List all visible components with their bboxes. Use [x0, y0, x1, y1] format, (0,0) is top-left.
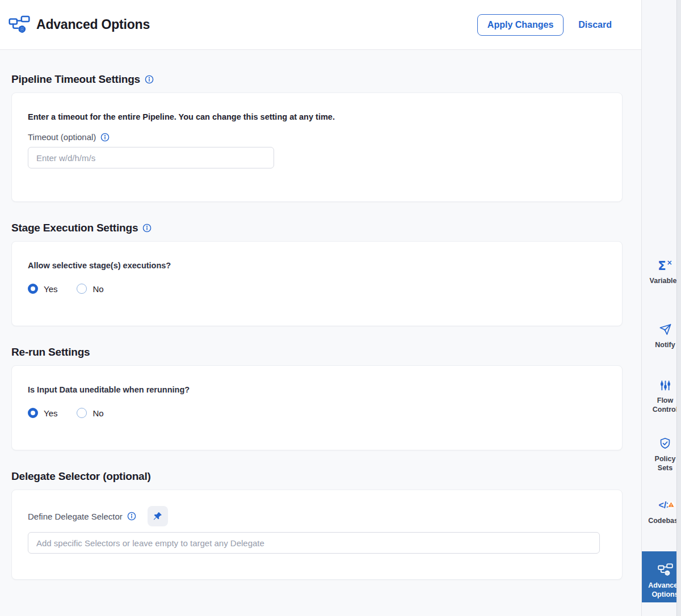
- policy-sets-shield-check-icon: [642, 434, 681, 450]
- rerun-radios: Yes No: [28, 408, 606, 418]
- rail-item-notify[interactable]: Notify: [642, 320, 681, 349]
- warning-badge-icon: [667, 499, 675, 513]
- timeout-input[interactable]: [28, 147, 274, 168]
- panel-edge-strip: [676, 0, 681, 616]
- advanced-options-pipeline-gear-icon: [642, 561, 681, 577]
- pipeline-timeout-heading-text: Pipeline Timeout Settings: [11, 73, 140, 86]
- radio-selected-icon: [28, 284, 38, 294]
- radio-no[interactable]: No: [77, 408, 103, 418]
- timeout-description: Enter a timeout for the entire Pipeline.…: [28, 112, 606, 121]
- info-icon[interactable]: [127, 512, 136, 521]
- pipeline-timeout-heading: Pipeline Timeout Settings: [11, 73, 623, 86]
- stage-execution-question: Allow selective stage(s) executions?: [28, 261, 606, 270]
- radio-no-label: No: [93, 284, 103, 294]
- delegate-card: Define Delegate Selector: [11, 490, 623, 580]
- codebase-code-icon: </>: [642, 496, 681, 512]
- radio-yes[interactable]: Yes: [28, 284, 57, 294]
- delegate-heading-text: Delegate Selector (optional): [11, 470, 151, 483]
- rerun-heading-text: Re-run Settings: [11, 345, 90, 358]
- radio-yes[interactable]: Yes: [28, 408, 57, 418]
- main-panel: Advanced Options Apply Changes Discard P…: [0, 0, 641, 616]
- rail-item-variables[interactable]: Σ× Variables: [642, 256, 681, 285]
- info-icon[interactable]: [100, 133, 110, 142]
- rail-label: Notify: [642, 340, 681, 349]
- radio-selected-icon: [28, 408, 38, 418]
- rail-item-policy-sets[interactable]: Policy Sets: [642, 434, 681, 472]
- settings-content: Pipeline Timeout Settings Enter a timeou…: [0, 50, 641, 580]
- info-icon[interactable]: [142, 223, 152, 233]
- panel-header: Advanced Options Apply Changes Discard: [0, 0, 641, 50]
- rail-item-advanced-options[interactable]: Advanced Options: [642, 551, 681, 602]
- rerun-heading: Re-run Settings: [11, 345, 623, 358]
- rerun-question: Is Input Data uneditable when rerunning?: [28, 385, 606, 394]
- notify-send-icon: [642, 320, 681, 336]
- delegate-heading: Delegate Selector (optional): [11, 470, 623, 483]
- apply-changes-button[interactable]: Apply Changes: [477, 14, 564, 36]
- timeout-label-row: Timeout (optional): [28, 132, 606, 142]
- stage-execution-card: Allow selective stage(s) executions? Yes…: [11, 241, 623, 326]
- header-actions: Apply Changes Discard: [477, 14, 612, 36]
- rail-label: Sets: [642, 463, 681, 472]
- rail-label: Advanced: [642, 581, 681, 590]
- stage-execution-radios: Yes No: [28, 284, 606, 294]
- rail-item-flow-control[interactable]: Flow Control: [642, 376, 681, 414]
- rail-label: Options: [642, 590, 681, 599]
- rail-label: Variables: [642, 276, 681, 285]
- discard-button[interactable]: Discard: [578, 20, 612, 30]
- rerun-card: Is Input Data uneditable when rerunning?…: [11, 365, 623, 450]
- info-icon[interactable]: [145, 75, 154, 84]
- radio-unselected-icon: [77, 284, 87, 294]
- delegate-selector-input[interactable]: [28, 532, 600, 554]
- radio-yes-label: Yes: [44, 284, 57, 294]
- radio-yes-label: Yes: [44, 408, 57, 418]
- stage-execution-heading: Stage Execution Settings: [11, 221, 623, 234]
- advanced-options-page: Advanced Options Apply Changes Discard P…: [0, 0, 681, 616]
- rail-item-codebase[interactable]: </> Codebase: [642, 496, 681, 525]
- radio-no[interactable]: No: [77, 284, 103, 294]
- variables-sigma-icon: Σ×: [642, 256, 681, 272]
- rail-label: Flow: [642, 396, 681, 405]
- stage-execution-heading-text: Stage Execution Settings: [11, 221, 138, 234]
- right-rail: Σ× Variables Notify: [641, 0, 681, 616]
- delegate-label-row: Define Delegate Selector: [28, 506, 606, 526]
- delegate-label: Define Delegate Selector: [28, 512, 123, 521]
- radio-unselected-icon: [77, 408, 87, 418]
- radio-no-label: No: [93, 408, 103, 418]
- timeout-label: Timeout (optional): [28, 132, 96, 142]
- rail-label: Control: [642, 405, 681, 414]
- pipeline-timeout-card: Enter a timeout for the entire Pipeline.…: [11, 92, 623, 202]
- pipeline-gear-icon: [8, 15, 31, 35]
- page-title: Advanced Options: [36, 17, 150, 32]
- rail-label: Codebase: [642, 516, 681, 525]
- pin-icon: [152, 511, 163, 522]
- pin-button[interactable]: [148, 506, 168, 526]
- flow-control-sliders-icon: [642, 376, 681, 392]
- rail-label: Policy: [642, 454, 681, 463]
